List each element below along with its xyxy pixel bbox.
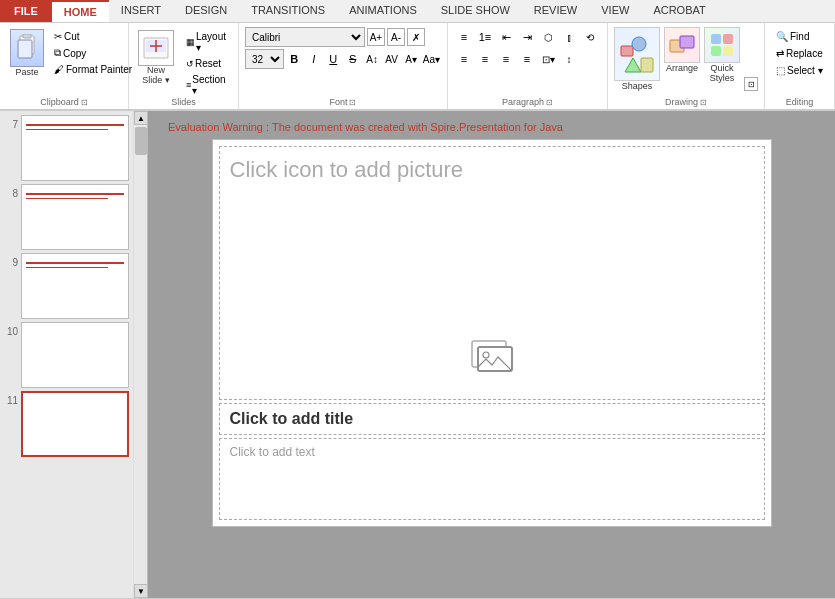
slideshow-tab[interactable]: SLIDE SHOW [429, 0, 522, 22]
text-shadow-button[interactable]: A↕ [363, 49, 380, 69]
drawing-group: Shapes Arrange [608, 23, 765, 109]
shapes-button[interactable]: Shapes [614, 27, 660, 91]
paste-button[interactable]: Paste [6, 27, 48, 79]
quick-styles-button[interactable]: QuickStyles [704, 27, 740, 83]
text-direction-button[interactable]: ⟲ [580, 27, 600, 47]
slides-label: Slides [129, 97, 238, 107]
animations-tab[interactable]: ANIMATIONS [337, 0, 429, 22]
acrobat-tab[interactable]: ACROBAT [641, 0, 717, 22]
decrease-indent-button[interactable]: ⇤ [496, 27, 516, 47]
font-size-up-button[interactable]: A+ [367, 28, 385, 46]
columns-button[interactable]: ⫿ [559, 27, 579, 47]
clear-formatting-button[interactable]: ✗ [407, 28, 425, 46]
slide-panel: 7 8 9 [0, 111, 133, 598]
slide-thumb-row: 7 [4, 115, 129, 181]
editing-label: Editing [765, 97, 834, 107]
slide-number: 11 [4, 395, 18, 406]
font-group: Calibri A+ A- ✗ 32 B I U S A↕ AV A▾ Aa▾ … [239, 23, 448, 109]
review-tab[interactable]: REVIEW [522, 0, 589, 22]
design-tab[interactable]: DESIGN [173, 0, 239, 22]
slide-canvas: Click icon to add picture Click to add t… [212, 139, 772, 527]
align-left-button[interactable]: ≡ [454, 49, 474, 69]
paragraph-group: ≡ 1≡ ⇤ ⇥ ⬡ ⫿ ⟲ ≡ ≡ ≡ ≡ ⊡▾ ↕ Paragraph ⊡ [448, 23, 608, 109]
transitions-tab[interactable]: TRANSITIONS [239, 0, 337, 22]
home-tab[interactable]: HOME [52, 0, 109, 22]
layout-button[interactable]: ▦ Layout ▾ [181, 29, 232, 55]
svg-rect-14 [723, 34, 733, 44]
svg-point-8 [632, 37, 646, 51]
scroll-track [134, 125, 147, 584]
slide-thumbnail-active[interactable] [21, 391, 129, 457]
char-spacing-button[interactable]: AV [383, 49, 400, 69]
scroll-thumb[interactable] [135, 127, 147, 155]
file-tab[interactable]: FILE [0, 0, 52, 22]
copy-button[interactable]: ⧉ Copy [50, 45, 136, 61]
cut-button[interactable]: ✂ Cut [50, 29, 136, 44]
insert-tab[interactable]: INSERT [109, 0, 173, 22]
underline-button[interactable]: U [325, 49, 342, 69]
font-name-select[interactable]: Calibri [245, 27, 365, 47]
view-tab[interactable]: VIEW [589, 0, 641, 22]
strikethrough-button[interactable]: S [344, 49, 361, 69]
slide-thumbnail[interactable] [21, 115, 129, 181]
replace-button[interactable]: ⇄ Replace [771, 46, 828, 61]
svg-rect-1 [23, 34, 31, 38]
slide-scrollbar[interactable]: ▲ ▼ [133, 111, 147, 598]
numbering-button[interactable]: 1≡ [475, 27, 495, 47]
drawing-label: Drawing ⊡ [608, 97, 764, 107]
slide-thumbnail[interactable] [21, 253, 129, 319]
clipboard-label: Clipboard ⊡ [0, 97, 128, 107]
paragraph-label: Paragraph ⊡ [448, 97, 607, 107]
slide-thumb-row: 10 [4, 322, 129, 388]
slide-number: 8 [4, 188, 18, 199]
font-size-select[interactable]: 32 [245, 49, 284, 69]
bold-button[interactable]: B [286, 49, 303, 69]
title-area[interactable]: Click to add title [219, 403, 765, 435]
format-painter-button[interactable]: 🖌 Format Painter [50, 62, 136, 77]
slide-thumb-row: 8 [4, 184, 129, 250]
font-size-down-button[interactable]: A- [387, 28, 405, 46]
slide-editor: Evaluation Warning : The document was cr… [148, 111, 835, 598]
slide-thumbnail[interactable] [21, 184, 129, 250]
find-button[interactable]: 🔍 Find [771, 29, 828, 44]
section-button[interactable]: ≡ Section ▾ [181, 72, 232, 98]
select-button[interactable]: ⬚ Select ▾ [771, 63, 828, 78]
svg-rect-18 [478, 347, 512, 371]
picture-icon [470, 337, 514, 375]
italic-button[interactable]: I [305, 49, 322, 69]
line-spacing-button[interactable]: ↕ [559, 49, 579, 69]
scroll-down-button[interactable]: ▼ [134, 584, 148, 598]
evaluation-warning: Evaluation Warning : The document was cr… [158, 121, 563, 133]
editing-group: 🔍 Find ⇄ Replace ⬚ Select ▾ Editing [765, 23, 835, 109]
drawing-expand-button[interactable]: ⊡ [744, 77, 758, 91]
slide-thumbnail[interactable] [21, 322, 129, 388]
increase-indent-button[interactable]: ⇥ [517, 27, 537, 47]
slide-thumb-row: 9 [4, 253, 129, 319]
font-color-button[interactable]: A▾ [402, 49, 419, 69]
bullets-button[interactable]: ≡ [454, 27, 474, 47]
slide-number: 10 [4, 326, 18, 337]
slides-group: NewSlide ▾ ▦ Layout ▾ ↺ Reset ≡ Section … [129, 23, 239, 109]
slide-thumb-row: 11 [4, 391, 129, 457]
arrange-button[interactable]: Arrange [664, 27, 700, 73]
scroll-up-button[interactable]: ▲ [134, 111, 148, 125]
svg-rect-13 [711, 34, 721, 44]
reset-button[interactable]: ↺ Reset [181, 56, 232, 71]
align-text-button[interactable]: ⊡▾ [538, 49, 558, 69]
new-slide-button[interactable]: NewSlide ▾ [135, 27, 177, 89]
picture-area[interactable]: Click icon to add picture [219, 146, 765, 400]
svg-rect-10 [641, 58, 653, 72]
text-area[interactable]: Click to add text [219, 438, 765, 520]
smart-art-button[interactable]: ⬡ [538, 27, 558, 47]
clipboard-group: Paste ✂ Cut ⧉ Copy 🖌 Format Painter Clip… [0, 23, 129, 109]
svg-rect-12 [680, 36, 694, 48]
slide-number: 9 [4, 257, 18, 268]
svg-marker-9 [625, 58, 641, 72]
change-case-button[interactable]: Aa▾ [422, 49, 441, 69]
align-right-button[interactable]: ≡ [496, 49, 516, 69]
text-placeholder-text: Click to add text [230, 445, 315, 459]
title-placeholder-text: Click to add title [230, 410, 354, 427]
svg-rect-15 [711, 46, 721, 56]
align-center-button[interactable]: ≡ [475, 49, 495, 69]
justify-button[interactable]: ≡ [517, 49, 537, 69]
